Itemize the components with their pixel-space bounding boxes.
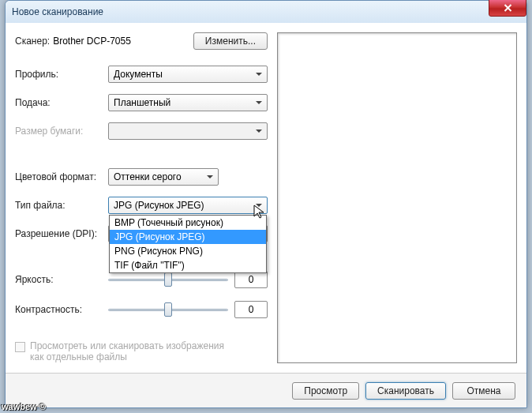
contrast-slider[interactable] (108, 301, 228, 318)
contrast-row: Контрастность: (15, 301, 268, 318)
feed-row: Подача: Планшетный (15, 94, 268, 111)
color-format-combo[interactable]: Оттенки серого (108, 168, 219, 186)
resolution-label: Разрешение (DPI): (15, 228, 102, 239)
profile-combo[interactable]: Документы (108, 66, 268, 83)
file-type-option-bmp[interactable]: BMP (Точечный рисунок) (110, 216, 266, 230)
preview-area (277, 32, 517, 363)
dialog-footer: Просмотр Сканировать Отмена (6, 373, 526, 407)
file-type-combo[interactable]: JPG (Рисунок JPEG) BMP (Точечный рисунок… (108, 197, 268, 214)
file-type-dropdown: BMP (Точечный рисунок) JPG (Рисунок JPEG… (109, 215, 267, 273)
brightness-row: Яркость: (15, 271, 268, 288)
cursor-icon (253, 204, 268, 220)
close-button[interactable] (489, 0, 526, 17)
paper-size-label: Размер бумаги: (15, 126, 102, 137)
file-type-row: Тип файла: JPG (Рисунок JPEG) BMP (Точеч… (15, 197, 268, 214)
settings-panel: Сканер: Brother DCP-7055 Изменить... Про… (15, 32, 268, 363)
scanner-name: Brother DCP-7055 (53, 36, 131, 47)
watermark: wawbew © (2, 402, 46, 411)
brightness-slider[interactable] (108, 271, 228, 288)
scan-dialog-window: Новое сканирование Сканер: Brother DCP-7… (5, 0, 527, 408)
file-type-option-jpg[interactable]: JPG (Рисунок JPEG) (110, 230, 266, 244)
feed-value: Планшетный (114, 97, 170, 108)
color-format-row: Цветовой формат: Оттенки серого (15, 168, 268, 186)
scan-button[interactable]: Сканировать (365, 382, 446, 400)
file-type-option-png[interactable]: PNG (Рисунок PNG) (110, 244, 266, 258)
profile-row: Профиль: Документы (15, 66, 268, 83)
contrast-input[interactable] (234, 301, 268, 318)
dialog-body: Сканер: Brother DCP-7055 Изменить... Про… (6, 23, 526, 373)
titlebar: Новое сканирование (6, 1, 526, 23)
contrast-thumb[interactable] (164, 302, 172, 317)
separate-files-row: Просмотреть или сканировать изображения … (15, 340, 268, 362)
scanner-label: Сканер: (15, 36, 50, 47)
paper-size-row: Размер бумаги: (15, 122, 268, 140)
file-type-value: JPG (Рисунок JPEG) (114, 200, 204, 211)
close-icon (504, 4, 512, 12)
separate-files-checkbox (15, 342, 25, 352)
file-type-label: Тип файла: (15, 200, 102, 211)
brightness-label: Яркость: (15, 274, 102, 285)
brightness-thumb[interactable] (164, 272, 172, 287)
brightness-input[interactable] (234, 271, 268, 288)
feed-combo[interactable]: Планшетный (108, 94, 268, 111)
cancel-button[interactable]: Отмена (452, 382, 515, 400)
file-type-option-tif[interactable]: TIF (Файл "TIF") (110, 258, 266, 272)
paper-size-combo (108, 122, 268, 140)
separate-files-label: Просмотреть или сканировать изображения … (30, 340, 235, 362)
scanner-row: Сканер: Brother DCP-7055 Изменить... (15, 32, 268, 50)
feed-label: Подача: (15, 97, 102, 108)
change-scanner-button[interactable]: Изменить... (193, 32, 268, 50)
color-format-label: Цветовой формат: (15, 171, 102, 182)
preview-button[interactable]: Просмотр (292, 382, 359, 400)
contrast-label: Контрастность: (15, 304, 102, 315)
profile-value: Документы (114, 69, 163, 80)
color-format-value: Оттенки серого (114, 171, 182, 182)
window-title: Новое сканирование (12, 6, 103, 17)
profile-label: Профиль: (15, 69, 102, 80)
